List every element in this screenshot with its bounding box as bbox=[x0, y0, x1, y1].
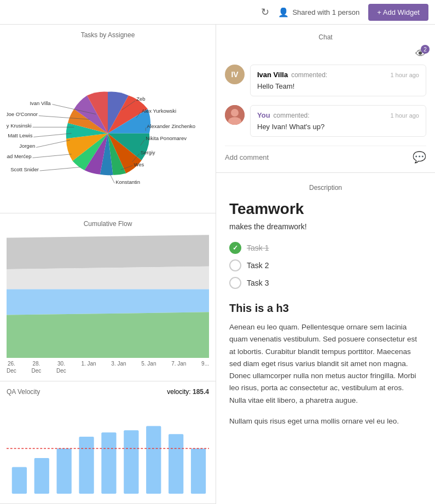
velocity-value: velocity: 185.4 bbox=[167, 388, 209, 396]
check-item-1: Task 1 bbox=[229, 242, 422, 254]
flow-widget-title: Cumulative Flow bbox=[7, 220, 209, 228]
description-body1: Aenean eu leo quam. Pellentesque ornare … bbox=[229, 321, 422, 407]
svg-text:Sergiy: Sergiy bbox=[141, 149, 155, 155]
chat-bubble-you: You commented: 1 hour ago Hey Ivan! What… bbox=[250, 105, 426, 137]
chat-meta-ivan: Ivan Villa commented: 1 hour ago bbox=[257, 71, 419, 79]
svg-rect-34 bbox=[57, 448, 72, 494]
svg-text:Joe O'Connor: Joe O'Connor bbox=[7, 111, 38, 117]
description-widget: Description Teamwork makes the dreamwork… bbox=[216, 173, 435, 447]
pie-chart-svg: Ivan Villa Joe O'Connor Jerry Krusinski … bbox=[7, 43, 209, 213]
check-circle-3[interactable] bbox=[229, 277, 241, 289]
svg-text:Konstantin: Konstantin bbox=[115, 179, 140, 185]
add-comment-area: 💬 bbox=[225, 146, 426, 164]
check-circle-1[interactable] bbox=[229, 242, 241, 254]
svg-text:Scott Snider: Scott Snider bbox=[10, 166, 39, 172]
flow-x-label: 3. Jan bbox=[111, 360, 126, 374]
chat-meta-you: You commented: 1 hour ago bbox=[257, 111, 419, 119]
svg-line-27 bbox=[111, 175, 115, 183]
left-panel: Tasks by Assignee bbox=[0, 25, 216, 504]
check-label-1: Task 1 bbox=[247, 244, 269, 252]
description-body2: Nullam quis risus eget urna mollis ornar… bbox=[229, 415, 422, 427]
velocity-chart-area bbox=[7, 398, 209, 496]
flow-chart-area bbox=[7, 232, 209, 358]
svg-text:Nenad Merćep: Nenad Merćep bbox=[7, 153, 32, 159]
svg-text:Alex Yurkowski: Alex Yurkowski bbox=[142, 108, 177, 114]
tasks-widget-title: Tasks by Assignee bbox=[7, 31, 209, 39]
chat-bubble-ivan: Ivan Villa commented: 1 hour ago Hello T… bbox=[250, 65, 426, 96]
svg-marker-30 bbox=[7, 289, 209, 315]
description-subtitle: makes the dreamwork! bbox=[229, 222, 422, 231]
chat-time-ivan: 1 hour ago bbox=[390, 72, 419, 78]
checklist: Task 1 Task 2 Task 3 bbox=[229, 242, 422, 289]
flow-chart-svg bbox=[7, 232, 209, 358]
svg-line-11 bbox=[32, 154, 71, 158]
svg-line-13 bbox=[40, 167, 80, 171]
chat-title: Chat bbox=[225, 33, 426, 41]
check-label-2: Task 2 bbox=[247, 261, 269, 270]
description-label: Description bbox=[229, 184, 422, 192]
flow-x-label: 9... bbox=[201, 360, 209, 374]
svg-text:Wes: Wes bbox=[134, 161, 144, 167]
refresh-icon[interactable]: ↻ bbox=[261, 6, 269, 18]
flow-x-label: 26.Dec bbox=[7, 360, 16, 374]
svg-line-9 bbox=[36, 140, 70, 147]
svg-rect-38 bbox=[146, 426, 161, 494]
avatar-ivan: IV bbox=[225, 65, 245, 84]
eye-with-badge[interactable]: 👁 2 bbox=[415, 48, 426, 60]
chat-widget: Chat 👁 2 IV Ivan Villa commented: 1 hour… bbox=[216, 25, 435, 173]
add-comment-input[interactable] bbox=[225, 153, 408, 161]
svg-rect-39 bbox=[169, 434, 183, 494]
velocity-header: QA Velocity velocity: 185.4 bbox=[7, 388, 209, 396]
svg-rect-32 bbox=[12, 467, 27, 494]
eye-badge: 2 bbox=[421, 45, 430, 54]
svg-rect-40 bbox=[191, 448, 206, 494]
svg-marker-31 bbox=[7, 312, 209, 358]
chat-message-you: You commented: 1 hour ago Hey Ivan! What… bbox=[225, 105, 426, 137]
flow-x-label: 30.Dec bbox=[56, 360, 66, 374]
flow-x-label: 5. Jan bbox=[141, 360, 156, 374]
check-label-3: Task 3 bbox=[247, 279, 269, 287]
chat-action-you: commented: bbox=[274, 112, 310, 119]
share-section: 👤 Shared with 1 person bbox=[278, 7, 359, 18]
velocity-number: 185.4 bbox=[193, 388, 209, 396]
flow-x-label: 7. Jan bbox=[171, 360, 186, 374]
svg-rect-37 bbox=[124, 430, 138, 494]
velocity-title: QA Velocity bbox=[7, 388, 40, 396]
share-label: Shared with 1 person bbox=[292, 8, 359, 16]
topbar: ↻ 👤 Shared with 1 person + Add Widget bbox=[0, 0, 435, 25]
cumulative-flow-widget: Cumulative Flow 26.Dec 28.Dec 30.Dec 1. … bbox=[0, 213, 216, 381]
send-comment-icon[interactable]: 💬 bbox=[413, 150, 426, 164]
check-circle-2[interactable] bbox=[229, 259, 241, 271]
svg-point-43 bbox=[231, 109, 239, 117]
svg-text:Jorgen: Jorgen bbox=[19, 143, 35, 149]
svg-text:Zeb: Zeb bbox=[136, 96, 145, 102]
chat-action-ivan: commented: bbox=[291, 71, 327, 79]
svg-rect-33 bbox=[34, 458, 49, 494]
check-item-3: Task 3 bbox=[229, 277, 422, 289]
flow-x-label: 1. Jan bbox=[81, 360, 96, 374]
svg-line-7 bbox=[33, 134, 71, 137]
flow-x-axis: 26.Dec 28.Dec 30.Dec 1. Jan 3. Jan 5. Ja… bbox=[7, 358, 209, 374]
svg-text:Nikita Ponomarev: Nikita Ponomarev bbox=[146, 135, 187, 141]
chat-message-ivan: IV Ivan Villa commented: 1 hour ago Hell… bbox=[225, 65, 426, 96]
chat-time-you: 1 hour ago bbox=[390, 112, 419, 119]
svg-marker-29 bbox=[7, 266, 209, 289]
qa-velocity-widget: QA Velocity velocity: 185.4 bbox=[0, 381, 216, 504]
avatar-you bbox=[225, 105, 245, 125]
chat-text-you: Hey Ivan! What's up? bbox=[257, 123, 419, 131]
svg-rect-36 bbox=[101, 432, 116, 494]
chat-author-you: You bbox=[257, 111, 270, 119]
svg-marker-28 bbox=[7, 235, 209, 269]
check-item-2: Task 2 bbox=[229, 259, 422, 271]
chat-text-ivan: Hello Team! bbox=[257, 82, 419, 90]
add-widget-button[interactable]: + Add Widget bbox=[368, 4, 428, 21]
svg-text:Ivan Villa: Ivan Villa bbox=[30, 100, 51, 106]
description-heading: Teamwork bbox=[229, 200, 422, 218]
person-icon: 👤 bbox=[278, 7, 289, 18]
svg-text:Alexander Zinchenko: Alexander Zinchenko bbox=[147, 123, 195, 129]
chat-author-ivan: Ivan Villa bbox=[257, 71, 288, 79]
svg-text:Jerry Krusinski: Jerry Krusinski bbox=[7, 123, 32, 129]
svg-text:Matt Lewis: Matt Lewis bbox=[8, 132, 33, 138]
avatar-you-img bbox=[225, 105, 245, 125]
right-panel: Chat 👁 2 IV Ivan Villa commented: 1 hour… bbox=[216, 25, 435, 504]
